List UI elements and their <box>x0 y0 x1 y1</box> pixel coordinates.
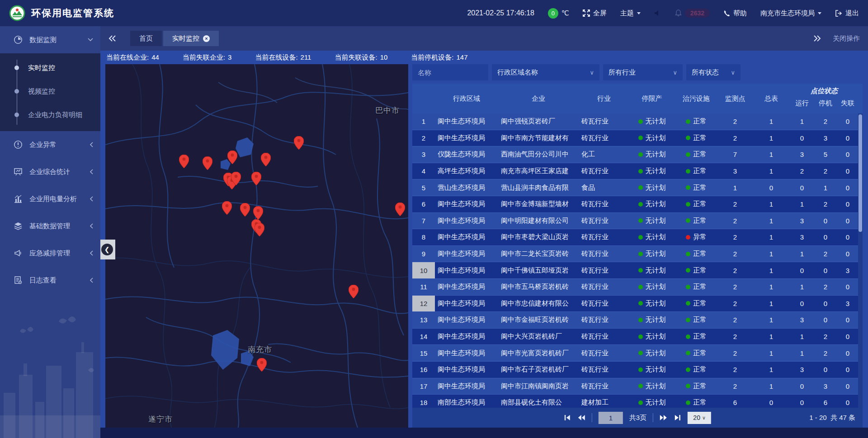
col-industry: 行业 <box>579 84 629 113</box>
sidebar-item-data-monitor[interactable]: 数据监测 <box>0 26 100 53</box>
scrollbar-thumb[interactable] <box>859 114 862 232</box>
cell-industry: 砖瓦行业 <box>579 113 629 130</box>
table-row[interactable]: 11 阆中生态环境局 阆中市五马桥页岩机砖 砖瓦行业 无计划 <box>412 279 858 296</box>
chevron-down-icon: ∨ <box>731 69 735 76</box>
table-row[interactable]: 8 阆中生态环境局 阆中市枣碧大梁山页岩 砖瓦行业 无计划 <box>412 229 858 246</box>
map[interactable]: 巴中市 南充市 遂宁市 <box>105 64 408 428</box>
status-dot <box>638 252 643 256</box>
chevron-left-icon <box>90 250 93 256</box>
cell-halt: 6 <box>814 395 837 408</box>
map-pin-marker[interactable] <box>240 203 250 217</box>
region-filter-select[interactable]: 行政区域名称 ∨ <box>492 64 599 80</box>
table-row[interactable]: 17 阆中生态环境局 阆中市江南镇阆南页岩 砖瓦行业 无计划 <box>412 378 858 395</box>
table-row[interactable]: 2 阆中生态环境局 阆中市南方节能建材有 砖瓦行业 无计划 <box>412 130 858 147</box>
table-row[interactable]: 14 阆中生态环境局 阆中大兴页岩机砖厂 砖瓦行业 无计划 <box>412 329 858 345</box>
top-header: 环保用电监管系统 2021-02-25 17:46:18 0 ℃ 全屏 主题 2… <box>0 0 868 26</box>
table-row[interactable]: 5 营山生态环境局 营山县润丰肉食品有限 食品 无计划 <box>412 179 858 196</box>
table-row[interactable]: 10 阆中生态环境局 阆中千佛镇五郎垭页岩 砖瓦行业 无计划 <box>412 262 858 279</box>
col-points: 监测点 <box>718 84 752 113</box>
cell-company: 西南油气田分公司川中 <box>498 146 579 163</box>
table-scrollbar[interactable] <box>858 113 863 408</box>
cell-points: 2 <box>718 213 752 229</box>
logout-button[interactable]: 退出 <box>835 9 859 18</box>
table-row[interactable]: 4 高坪生态环境局 南充市高坪区王家店建 砖瓦行业 无计划 <box>412 163 858 180</box>
sidebar-item-realtime-monitor[interactable]: 实时监控 <box>0 56 100 80</box>
cell-offline: 0 <box>837 345 858 361</box>
map-pin-marker[interactable] <box>255 223 264 236</box>
status-text: 无计划 <box>646 150 666 159</box>
fullscreen-button[interactable]: 全屏 <box>583 9 607 18</box>
cell-run: 0 <box>790 378 814 395</box>
fullscreen-label: 全屏 <box>593 9 607 18</box>
page-number-input[interactable] <box>599 412 623 424</box>
tabs-scroll-right-button[interactable] <box>814 35 821 42</box>
status-text: 无计划 <box>646 250 666 258</box>
close-operations-button[interactable]: 关闭操作 <box>833 34 860 43</box>
map-pin-marker[interactable] <box>294 136 304 150</box>
cell-row-number: 2 <box>412 130 435 146</box>
sidebar-item-power-load-detail[interactable]: 企业电力负荷明细 <box>0 103 100 127</box>
layers-icon <box>14 221 23 231</box>
map-pin-marker[interactable] <box>227 151 237 164</box>
name-filter-input[interactable] <box>412 64 488 80</box>
table-row[interactable]: 9 阆中生态环境局 阆中市二龙长宝页岩砖 砖瓦行业 无计划 <box>412 246 858 263</box>
map-pin-marker[interactable] <box>395 203 405 216</box>
table-row[interactable]: 13 阆中生态环境局 阆中市金福旺页岩机砖 砖瓦行业 无计划 <box>412 312 858 329</box>
sidebar-item-enterprise-stats[interactable]: 企业综合统计 <box>0 158 100 185</box>
table-row[interactable]: 16 阆中生态环境局 阆中市石子页岩机砖厂 砖瓦行业 无计划 <box>412 362 858 378</box>
cell-halt: 3 <box>814 130 837 146</box>
map-pin-marker[interactable] <box>251 172 261 185</box>
sidebar-item-enterprise-abnormal[interactable]: 企业异常 <box>0 131 100 158</box>
cell-industry: 砖瓦行业 <box>579 262 629 278</box>
mute-button[interactable] <box>654 10 661 16</box>
sidebar-item-power-analysis[interactable]: 企业用电量分析 <box>0 185 100 212</box>
map-pin-marker[interactable] <box>231 172 241 185</box>
map-pin-marker[interactable] <box>261 153 271 166</box>
table-row[interactable]: 12 阆中生态环境局 阆中市忠信建材有限公 砖瓦行业 无计划 <box>412 296 858 312</box>
status-filter-select[interactable]: 所有状态 ∨ <box>686 64 741 80</box>
next-page-button[interactable] <box>660 414 668 421</box>
cell-run: 3 <box>790 229 814 245</box>
cell-region: 阆中生态环境局 <box>435 130 498 146</box>
table-row[interactable]: 3 仪陇生态环境局 西南油气田分公司川中 化工 无计划 <box>412 146 858 163</box>
help-button[interactable]: 帮助 <box>723 9 747 18</box>
last-page-button[interactable] <box>674 414 681 421</box>
industry-filter-select[interactable]: 所有行业 ∨ <box>603 64 683 80</box>
cell-halt: 2 <box>814 345 837 361</box>
cell-points: 1 <box>718 179 752 196</box>
first-page-button[interactable] <box>564 414 571 421</box>
stat-label: 当前停机设备: <box>411 53 453 62</box>
map-pin-marker[interactable] <box>203 156 212 170</box>
page-size-select[interactable]: 20 ∨ <box>688 412 711 424</box>
prev-page-button[interactable] <box>577 414 585 421</box>
sidebar-item-base-data[interactable]: 基础数据管理 <box>0 212 100 240</box>
table-row[interactable]: 6 阆中生态环境局 阆中市金博瑞新型墙材 砖瓦行业 无计划 <box>412 196 858 213</box>
sidebar-item-log-view[interactable]: 日志查看 <box>0 267 100 294</box>
table-row[interactable]: 1 阆中生态环境局 阆中强锐页岩砖厂 砖瓦行业 无计划 <box>412 113 858 130</box>
cell-points: 2 <box>718 130 752 146</box>
map-pin-marker[interactable] <box>179 155 189 168</box>
table-row[interactable]: 15 阆中生态环境局 阆中市光富页岩机砖厂 砖瓦行业 无计划 <box>412 345 858 362</box>
theme-menu[interactable]: 主题 <box>620 9 641 18</box>
tabs-scroll-left-button[interactable] <box>108 35 116 42</box>
sidebar-item-emergency-reduction[interactable]: 应急减排管理 <box>0 240 100 267</box>
cell-company: 阆中市枣碧大梁山页岩 <box>498 229 579 245</box>
pin-icon <box>395 203 405 216</box>
tab-home[interactable]: 首页 <box>130 31 162 46</box>
close-icon[interactable]: × <box>203 35 210 42</box>
cell-industry: 砖瓦行业 <box>579 345 629 361</box>
tab-label: 首页 <box>139 31 153 46</box>
sidebar-item-video-monitor[interactable]: 视频监控 <box>0 80 100 103</box>
map-pin-marker[interactable] <box>257 358 267 372</box>
table-row[interactable]: 7 阆中生态环境局 阆中明阳建材有限公司 砖瓦行业 无计划 <box>412 213 858 230</box>
notification-area[interactable]: 2632 <box>675 9 710 18</box>
map-pin-marker[interactable] <box>349 285 359 298</box>
tab-realtime-monitor[interactable]: 实时监控 × <box>163 31 219 46</box>
sidebar-item-label: 企业综合统计 <box>29 168 70 176</box>
map-pin-marker[interactable] <box>222 201 232 215</box>
map-pin-marker[interactable] <box>253 206 263 220</box>
user-menu[interactable]: 南充市生态环境局 <box>760 9 821 18</box>
stat-item: 当前失联设备: 10 <box>335 53 387 62</box>
map-collapse-button[interactable]: ❮ <box>99 240 115 259</box>
table-row[interactable]: 18 南部生态环境局 南部县砚化土有限公 建材加工 无计划 <box>412 395 858 408</box>
